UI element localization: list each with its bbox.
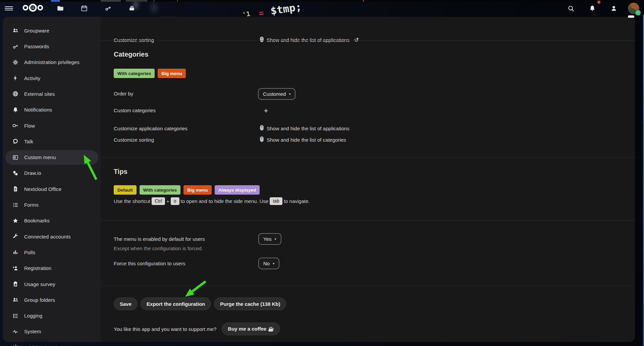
sidebar-item-registration[interactable]: Registration (5, 261, 98, 276)
categories-badges: With categoriesBig menu (114, 69, 186, 78)
sidebar-item-label: Group folders (24, 297, 55, 303)
sidebar-item-label: Flow (24, 123, 35, 129)
gear-icon (12, 59, 19, 66)
sidebar-item-label: Draw.io (24, 170, 41, 176)
sidebar-item-label: Passwords (24, 44, 49, 49)
mouse-icon (260, 125, 264, 132)
order-by-dropdown[interactable]: Customed ▾ (258, 88, 296, 100)
settings-sidebar: GroupwarePasswordsAdministration privile… (3, 17, 101, 342)
section-divider (101, 157, 635, 157)
user-avatar[interactable] (628, 3, 639, 14)
sidebar-item-custom-menu[interactable]: Custom menu (5, 150, 98, 165)
sidebar-item-label: Custom menu (24, 154, 56, 160)
action-buttons-row: SaveExport the configurationPurge the ca… (114, 297, 286, 310)
sidebar-item-bookmarks[interactable]: Bookmarks (5, 213, 98, 228)
badge-with-categories: With categories (114, 69, 155, 78)
purge-the-cache-button[interactable]: Purge the cache (138 Kb) (214, 297, 286, 310)
nextcloud-logo-icon[interactable] (22, 3, 44, 14)
caret-down-icon: ▾ (289, 92, 290, 96)
notifications-bell-icon[interactable] (585, 1, 600, 16)
sidebar-item-talk[interactable]: Talk (5, 134, 98, 149)
deck-app-icon[interactable] (124, 1, 139, 16)
toggle-app-categories-label[interactable]: Show and hide the list of applications (267, 126, 350, 131)
top-header-bar (0, 0, 644, 17)
clipboard-icon (12, 281, 19, 287)
people-icon (12, 296, 19, 303)
custom-categories-label: Custom categories (114, 108, 156, 113)
sidebar-item-usage-survey[interactable]: Usage survey (5, 277, 98, 291)
sidebar-item-external-sites[interactable]: External sites (5, 86, 98, 101)
tab-key: tab (270, 197, 282, 205)
settings-content: Customize sorting Show and hide the list… (101, 17, 635, 342)
sidebar-item-label: Notifications (24, 107, 52, 113)
sidebar-item-nextcloud-office[interactable]: Nextcloud Office (5, 182, 98, 196)
section-divider (101, 40, 635, 41)
pulse-icon (12, 328, 19, 335)
badge-big-menu: Big menu (183, 185, 212, 195)
sidebar-item-activity[interactable]: Activity (5, 71, 98, 85)
toggle-applications-label[interactable]: Show and hide the list of applications (267, 37, 350, 43)
mouse-icon (260, 36, 264, 44)
calendar-app-icon[interactable] (77, 1, 92, 16)
shortcut-text: to open and to hide the side menu. Use (181, 198, 269, 204)
toggle-categories-link[interactable]: Show and hide the list of categories (260, 136, 346, 143)
order-by-value: Customed (263, 91, 286, 97)
sidebar-item-flow[interactable]: Flow (5, 118, 98, 133)
sidebar-item-logging[interactable]: Logging (5, 308, 98, 323)
search-icon[interactable] (564, 1, 578, 16)
menu-enabled-dropdown[interactable]: Yes ▾ (258, 233, 281, 245)
sidebar-item-notifications[interactable]: Notifications (5, 102, 98, 117)
sidebar-item-label: Polls (24, 250, 35, 255)
sidebar-item-label: Nextcloud Office (24, 186, 61, 192)
sidebar-item-polls[interactable]: Polls (5, 245, 98, 260)
shortcut-plus: + (166, 198, 169, 204)
sidebar-item-label: Forms (24, 202, 39, 208)
shortcut-text: to navigate. (284, 198, 310, 204)
refresh-icon[interactable]: ↺ (354, 37, 359, 44)
tips-badges: DefaultWith categoriesBig menuAlways dis… (114, 185, 260, 195)
support-question: You like this app and you want to suppor… (114, 326, 216, 332)
order-by-label: Order by (114, 91, 133, 96)
menu-enabled-label: The menu is enabled by default for users (114, 236, 205, 242)
caret-down-icon: ▾ (274, 237, 276, 241)
header-right-group (564, 0, 644, 17)
notification-red-dot (597, 1, 600, 4)
customize-app-categories-label: Customize application categories (114, 126, 187, 131)
sidebar-item-groupware[interactable]: Groupware (5, 23, 98, 38)
nextcloud-admin-screen: ...'1=$tmp; (0, 0, 644, 346)
sidebar-item-connected-accounts[interactable]: Connected accounts (5, 229, 98, 244)
sidebar-item-group-folders[interactable]: Group folders (5, 292, 98, 307)
sidebar-item-passwords[interactable]: Passwords (5, 39, 98, 54)
scrollbar-thumb[interactable] (628, 15, 634, 18)
hamburger-menu-icon[interactable] (1, 1, 16, 16)
contacts-icon[interactable] (606, 1, 621, 16)
custommenu-icon (12, 154, 19, 161)
toggle-applications-link[interactable]: Show and hide the list of applications ↺ (260, 36, 359, 44)
save-button[interactable]: Save (114, 297, 138, 310)
force-config-label: Force this configuration to users (114, 261, 185, 266)
sidebar-item-label: Additional settings (24, 345, 66, 346)
passwords-app-icon[interactable] (101, 1, 115, 16)
sidebar-item-draw-io[interactable]: Draw.io (5, 166, 98, 181)
doc-icon (12, 186, 19, 192)
section-divider (101, 286, 635, 286)
files-app-icon[interactable] (53, 1, 68, 16)
sidebar-item-label: System (24, 329, 41, 334)
sidebar-item-system[interactable]: System (5, 324, 98, 339)
support-row: You like this app and you want to suppor… (114, 323, 280, 335)
toggle-categories-label[interactable]: Show and hide the list of categories (267, 137, 346, 143)
sidebar-item-administration-privileges[interactable]: Administration privileges (5, 55, 98, 70)
mouse-icon (260, 136, 264, 143)
toggle-app-categories-link[interactable]: Show and hide the list of applications (260, 125, 350, 132)
badge-always-displayed: Always displayed (215, 185, 260, 195)
sidebar-item-forms[interactable]: Forms (5, 198, 98, 212)
sidebar-item-label: Bookmarks (24, 218, 50, 223)
force-config-dropdown[interactable]: No ▾ (258, 258, 279, 269)
sidebar-item-additional-settings[interactable]: Additional settings (5, 340, 98, 346)
buy-coffee-button[interactable]: Buy me a coffee ☕ (222, 323, 280, 335)
export-the-configuration-button[interactable]: Export the configuration (141, 297, 211, 310)
add-category-button[interactable]: + (261, 106, 271, 116)
shortcut-text: Use the shortcut (114, 198, 150, 204)
sidebar-item-label: Activity (24, 75, 40, 81)
badge-with-categories: With categories (140, 185, 180, 195)
